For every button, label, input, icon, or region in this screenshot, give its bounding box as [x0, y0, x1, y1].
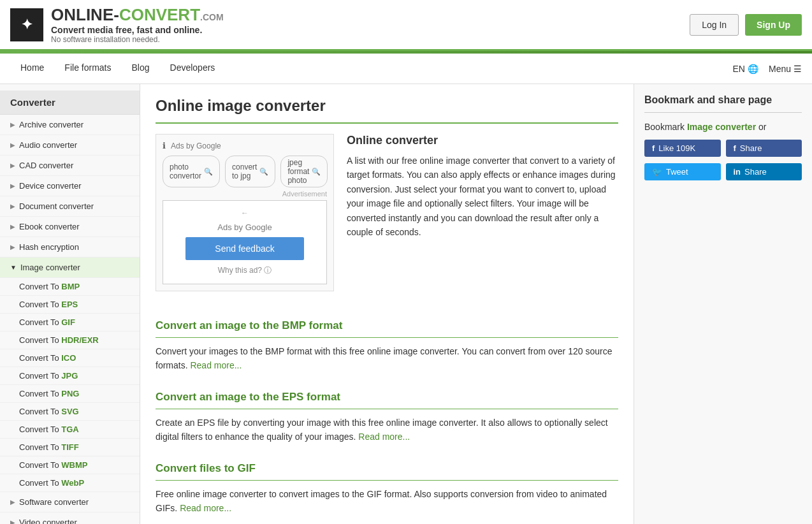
logo-text-block: ONLINE-CONVERT.COM Convert media free, f… [51, 5, 224, 44]
page-layout: Converter ▶ Archive converter ▶ Audio co… [0, 84, 812, 524]
converter-box: Online converter A list with our free on… [347, 134, 618, 239]
sidebar-subitem-svg[interactable]: Convert To SVG [0, 403, 140, 421]
bookmark-link[interactable]: Image converter [687, 122, 756, 132]
send-feedback-button[interactable]: Send feedback [185, 237, 304, 260]
sidebar-item-image[interactable]: ▼ Image converter [0, 258, 140, 278]
twitter-icon: 🐦 [652, 167, 662, 177]
why-ad-text[interactable]: Why this ad? ⓘ [171, 265, 319, 276]
sidebar-item-label: Archive converter [19, 120, 83, 129]
logo-tld: .COM [200, 12, 224, 22]
arrow-icon: ▶ [10, 519, 15, 524]
ad-chip-3[interactable]: jpeg format photo 🔍 [280, 156, 328, 187]
sidebar-item-device[interactable]: ▶ Device converter [0, 176, 140, 196]
sidebar-item-video[interactable]: ▶ Video converter [0, 513, 140, 524]
section-eps-title: Convert an image to the EPS format [156, 391, 618, 409]
arrow-icon: ▶ [10, 203, 15, 210]
sidebar-subitem-eps[interactable]: Convert To EPS [0, 296, 140, 314]
tweet-label: Tweet [666, 167, 688, 177]
ads-inner-label: Ads by Google [171, 222, 319, 232]
sidebar-item-cad[interactable]: ▶ CAD converter [0, 156, 140, 176]
subitem-prefix: Convert To [19, 317, 61, 327]
sidebar-subitem-bmp[interactable]: Convert To BMP [0, 278, 140, 296]
nav-developers[interactable]: Developers [160, 54, 226, 84]
signup-button[interactable]: Sign Up [745, 14, 802, 36]
sidebar-subitem-tiff[interactable]: Convert To TIFF [0, 439, 140, 456]
sidebar-item-label: Ebook converter [19, 222, 80, 231]
li-share-label: Share [744, 167, 767, 177]
ad-chip-2[interactable]: convert to jpg 🔍 [225, 156, 275, 187]
sidebar-item-label: Audio converter [19, 140, 77, 150]
hamburger-icon: ☰ [794, 64, 802, 74]
sidebar-item-ebook[interactable]: ▶ Ebook converter [0, 217, 140, 237]
like-label: Like 109K [658, 143, 695, 153]
sidebar-item-label: Software converter [19, 497, 89, 507]
social-row-2: 🐦 Tweet in Share [644, 163, 802, 180]
globe-icon: 🌐 [748, 64, 758, 74]
sidebar-subitem-wbmp[interactable]: Convert To WBMP [0, 456, 140, 474]
linkedin-share-button[interactable]: in Share [726, 163, 802, 180]
sidebar-item-document[interactable]: ▶ Document converter [0, 196, 140, 217]
sidebar-item-label: Video converter [19, 518, 77, 524]
social-buttons: f Like 109K f Share 🐦 Tweet in Share [644, 140, 802, 180]
facebook-like-button[interactable]: f Like 109K [644, 140, 721, 157]
sidebar-subitem-tga[interactable]: Convert To TGA [0, 421, 140, 439]
top-header: ✦ ONLINE-CONVERT.COM Convert media free,… [0, 0, 812, 51]
sidebar-item-archive[interactable]: ▶ Archive converter [0, 115, 140, 135]
read-more-bmp[interactable]: Read more... [190, 360, 242, 370]
login-button[interactable]: Log In [690, 14, 739, 36]
sidebar-subitem-png[interactable]: Convert To PNG [0, 385, 140, 403]
menu-label: Menu [769, 64, 791, 74]
ad-chip-1[interactable]: photo convertor 🔍 [163, 156, 220, 187]
nav-blog[interactable]: Blog [121, 54, 159, 84]
sidebar-item-label: Hash encryption [19, 242, 79, 252]
subitem-prefix: Convert To [19, 425, 61, 434]
sidebar-item-label: Document converter [19, 201, 94, 211]
arrow-icon: ▶ [10, 244, 15, 251]
section-gif-text: Free online image converter to convert i… [156, 487, 618, 516]
facebook-share-button[interactable]: f Share [726, 140, 802, 157]
fb-share-label: Share [740, 143, 762, 153]
sidebar-subitem-hdr[interactable]: Convert To HDR/EXR [0, 331, 140, 349]
sidebar-item-audio[interactable]: ▶ Audio converter [0, 135, 140, 156]
subitem-prefix: Convert To [19, 282, 61, 291]
facebook-share-icon: f [734, 143, 736, 153]
subitem-format: ICO [61, 353, 76, 363]
logo-area: ✦ ONLINE-CONVERT.COM Convert media free,… [10, 5, 224, 44]
sidebar-item-software[interactable]: ▶ Software converter [0, 492, 140, 513]
subitem-prefix: Convert To [19, 407, 61, 416]
subitem-prefix: Convert To [19, 371, 61, 381]
back-arrow: ← [171, 208, 319, 217]
info-icon: ℹ [163, 141, 166, 150]
nav-right: EN 🌐 Menu ☰ [733, 64, 802, 74]
sidebar-item-label: Device converter [19, 181, 82, 191]
ad-inner: ← Ads by Google Send feedback Why this a… [163, 200, 327, 284]
sidebar-subitem-gif[interactable]: Convert To GIF [0, 314, 140, 331]
ad-column: ℹ Ads by Google photo convertor 🔍 conver… [156, 134, 334, 304]
nav-file-formats[interactable]: File formats [54, 54, 121, 84]
read-more-eps[interactable]: Read more... [358, 432, 410, 442]
logo-icon: ✦ [10, 8, 43, 41]
twitter-tweet-button[interactable]: 🐦 Tweet [644, 163, 721, 180]
section-bmp-title: Convert an image to the BMP format [156, 319, 618, 338]
sidebar-subitem-jpg[interactable]: Convert To JPG [0, 367, 140, 385]
ad-area: ℹ Ads by Google photo convertor 🔍 conver… [156, 134, 334, 291]
section-bmp-text: Convert your images to the BMP format wi… [156, 344, 618, 373]
arrow-icon: ▼ [10, 264, 17, 271]
subitem-format: BMP [61, 282, 80, 291]
sidebar-item-hash[interactable]: ▶ Hash encryption [0, 237, 140, 258]
read-more-gif[interactable]: Read more... [180, 503, 231, 513]
sidebar-subitem-webp[interactable]: Convert To WebP [0, 474, 140, 492]
right-panel: Bookmark and share page Bookmark Image c… [634, 84, 812, 524]
nav-home[interactable]: Home [10, 54, 54, 84]
arrow-icon: ▶ [10, 162, 15, 169]
sidebar-subitem-ico[interactable]: Convert To ICO [0, 349, 140, 367]
subitem-format: TIFF [61, 442, 78, 452]
language-selector[interactable]: EN 🌐 [733, 64, 758, 74]
tagline-line1: Convert media free, fast and online. [51, 25, 224, 35]
logo-convert: CONVERT [119, 5, 200, 24]
menu-toggle[interactable]: Menu ☰ [769, 64, 802, 74]
subitem-format: JPG [61, 371, 78, 381]
search-icon: 🔍 [312, 168, 321, 176]
left-arrow-icon: ← [241, 208, 249, 217]
section-bmp: Convert an image to the BMP format Conve… [156, 319, 618, 373]
